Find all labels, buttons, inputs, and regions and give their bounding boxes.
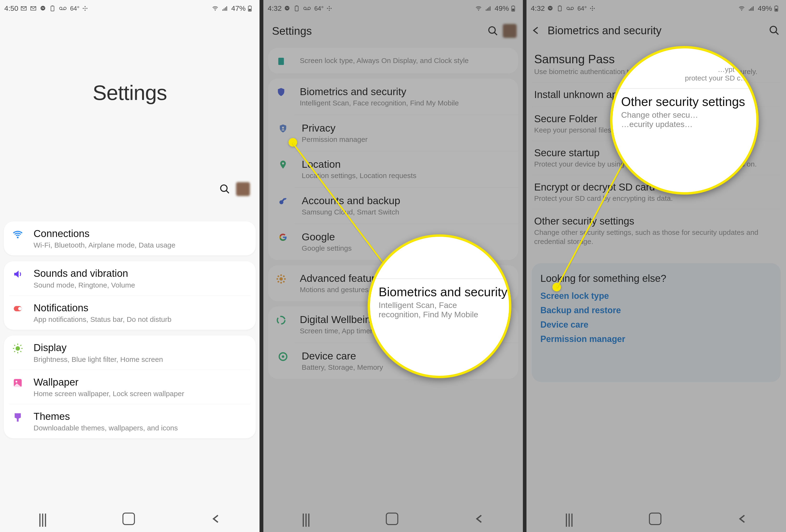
settings-row-themes[interactable]: ThemesDownloadable themes, wallpapers, a… (9, 404, 250, 438)
svg-point-44 (329, 8, 330, 9)
settings-group: Advanced featuresMotions and gestures, O… (268, 265, 518, 301)
back-icon[interactable] (531, 26, 541, 35)
messenger-icon (547, 5, 554, 11)
svg-rect-4 (52, 5, 53, 6)
gmail-icon-2 (30, 5, 38, 11)
settings-row-location[interactable]: LocationLocation settings, Location requ… (295, 151, 518, 187)
security-item-secure-folder[interactable]: Secure Folder Keep your personal files a… (532, 107, 781, 141)
location-icon (268, 158, 295, 169)
battery-pct: 47% (231, 4, 246, 13)
settings-row-accounts[interactable]: Accounts and backupSamsung Cloud, Smart … (295, 187, 518, 224)
settings-row-display[interactable]: DisplayBrightness, Blue light filter, Ho… (4, 336, 256, 370)
row-title: Sounds and vibration (33, 268, 250, 279)
back-button[interactable] (474, 513, 485, 524)
display-icon (9, 342, 26, 354)
svg-line-58 (494, 32, 497, 35)
settings-row-wellbeing[interactable]: Digital Wellbeing and parental controlsS… (268, 306, 518, 343)
security-item-samsung-pass[interactable]: Samsung Pass Use biometric authenticatio… (532, 48, 781, 83)
header: Biometrics and security (527, 16, 786, 43)
svg-point-60 (282, 126, 284, 129)
recents-button[interactable]: ||| (38, 511, 46, 527)
home-button[interactable] (386, 513, 398, 525)
settings-row-sounds[interactable]: Sounds and vibrationSound mode, Ringtone… (4, 261, 256, 295)
svg-point-45 (329, 6, 330, 7)
signal-icon (485, 5, 492, 11)
svg-line-33 (14, 351, 15, 352)
svg-point-68 (277, 278, 278, 280)
svg-point-21 (221, 185, 227, 191)
row-title: Location (302, 158, 514, 170)
recents-button[interactable]: ||| (564, 511, 573, 527)
security-item-install-unknown[interactable]: Install unknown apps (532, 83, 781, 107)
svg-rect-17 (226, 6, 227, 10)
settings-row-wallpaper[interactable]: WallpaperHome screen wallpaper, Lock scr… (9, 370, 250, 404)
related-link[interactable]: Device care (540, 320, 772, 330)
svg-rect-37 (17, 418, 19, 422)
svg-point-23 (17, 236, 19, 238)
recents-button[interactable]: ||| (301, 511, 310, 527)
svg-point-48 (330, 8, 331, 9)
related-settings: Looking for something else? Screen lock … (532, 263, 781, 382)
navigation-bar: ||| (527, 506, 786, 532)
related-link[interactable]: Backup and restore (540, 305, 772, 315)
svg-point-36 (16, 380, 17, 382)
settings-row-devicecare[interactable]: Device careBattery, Storage, Memory (295, 343, 518, 379)
security-item-other[interactable]: Other security settings Change other sec… (532, 209, 781, 252)
home-button[interactable] (122, 513, 135, 525)
item-title: Secure startup (534, 147, 778, 159)
row-sub: Google settings (302, 244, 514, 253)
row-sub: Intelligent Scan, Face recognition, Find… (300, 98, 514, 108)
settings-group: Sounds and vibrationSound mode, Ringtone… (4, 261, 256, 330)
battery-saver-icon (557, 5, 564, 11)
row-sub: Motions and gestures, One-handed mode (300, 285, 514, 294)
item-title: Samsung Pass (534, 52, 778, 66)
security-item-secure-startup[interactable]: Secure startup Protect your device by us… (532, 141, 781, 175)
wifi-status-icon (212, 5, 219, 11)
search-icon[interactable] (219, 184, 230, 194)
shield-icon (270, 86, 293, 97)
item-title: Install unknown apps (534, 89, 778, 100)
row-title: Wallpaper (33, 376, 250, 388)
back-button[interactable] (211, 513, 222, 524)
svg-rect-92 (753, 6, 754, 10)
security-item-encrypt-sd[interactable]: Encrypt or decrypt SD card Protect your … (532, 175, 781, 209)
settings-group: ConnectionsWi-Fi, Bluetooth, Airplane mo… (4, 222, 256, 255)
svg-rect-63 (281, 198, 285, 202)
row-sub: Wi-Fi, Bluetooth, Airplane mode, Data us… (33, 241, 250, 249)
settings-row-google[interactable]: GoogleGoogle settings (295, 224, 518, 260)
svg-rect-51 (487, 8, 488, 11)
settings-row-lockscreen[interactable]: Screen lock type, Always On Display, and… (268, 48, 518, 73)
row-title: Accounts and backup (302, 195, 514, 207)
voicemail-icon (566, 5, 575, 11)
lockscreen-icon (270, 55, 293, 66)
search-icon[interactable] (487, 25, 499, 37)
battery-saver-icon (294, 5, 301, 11)
svg-rect-14 (223, 9, 223, 10)
row-sub: Screen time, App timers, Wind Down (300, 326, 514, 336)
settings-row-notifications[interactable]: NotificationsApp notifications, Status b… (9, 296, 250, 330)
account-avatar[interactable] (236, 182, 250, 196)
related-link[interactable]: Permission manager (540, 334, 772, 344)
account-avatar[interactable] (503, 24, 517, 38)
svg-point-88 (741, 10, 742, 11)
settings-row-biometrics[interactable]: Biometrics and securityIntelligent Scan,… (268, 78, 518, 115)
status-temp: 64° (577, 5, 586, 12)
navigation-bar: ||| (263, 506, 523, 532)
svg-point-11 (83, 8, 84, 9)
home-button[interactable] (649, 513, 662, 525)
voicemail-icon (303, 5, 312, 11)
battery-icon (511, 5, 518, 11)
settings-row-privacy[interactable]: PrivacyPermission manager (295, 115, 518, 151)
search-icon[interactable] (769, 25, 780, 36)
svg-point-46 (329, 9, 330, 10)
related-link[interactable]: Screen lock type (540, 291, 772, 301)
phone-screen-1: 4:50 64° 47% Settings (0, 0, 259, 532)
svg-point-72 (277, 281, 279, 282)
row-sub: Permission manager (302, 135, 514, 144)
key-icon (268, 195, 295, 206)
back-button[interactable] (737, 513, 748, 524)
more-icon (82, 5, 89, 11)
settings-row-connections[interactable]: ConnectionsWi-Fi, Bluetooth, Airplane mo… (4, 222, 256, 255)
settings-row-advanced[interactable]: Advanced featuresMotions and gestures, O… (268, 265, 518, 301)
security-list: Samsung Pass Use biometric authenticatio… (527, 48, 786, 506)
